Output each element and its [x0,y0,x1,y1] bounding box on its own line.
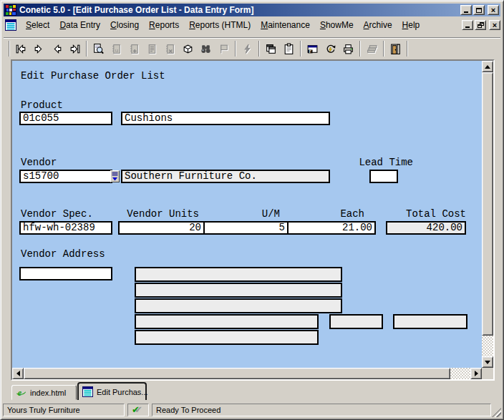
menu-reports-html[interactable]: Reports (HTML) [184,18,256,33]
close-icon[interactable]: × [488,5,499,15]
last-record-icon[interactable] [66,40,84,57]
address-line2-field[interactable] [135,283,342,298]
menu-help[interactable]: Help [397,18,425,33]
product-description-field[interactable]: Cushions [121,112,330,125]
status-company: Yours Truly Furniture [3,404,125,416]
svg-text:F: F [309,49,311,53]
next-record-icon[interactable] [30,40,48,57]
new-record-icon[interactable] [125,40,143,57]
delete-record-icon[interactable] [161,40,179,57]
copy-windows-icon[interactable] [262,40,280,57]
menu-select[interactable]: Select [21,18,54,33]
address-line5-field[interactable] [135,330,319,345]
toolbar-separator [86,41,87,57]
tab-bar: e index.html Edit Purchas... [4,382,500,401]
internet-explorer-icon: e [16,387,26,398]
toolbar: u F [4,39,500,59]
address-line4-field[interactable] [135,314,319,329]
form-system-icon[interactable] [5,19,16,31]
toolbar-separator [383,41,384,57]
vendor-units-field[interactable]: 20 [118,221,205,235]
mdi-close-icon[interactable]: × [489,20,500,30]
tab-label: index.html [30,389,66,397]
notes-flag-icon[interactable] [215,40,233,57]
vendor-label: Vendor [21,157,57,168]
menu-closing[interactable]: Closing [105,18,144,33]
svg-text:e: e [18,388,22,398]
toolbar-separator [300,41,301,57]
form-title: Edit Purchase Order List [21,70,165,82]
product-code-field[interactable]: 01c055 [19,112,112,125]
status-bar: Yours Truly Furniture ✔✔ Ready To Procee… [3,402,501,417]
tab-edit-purchase[interactable]: Edit Purchas... [77,382,147,400]
each-label: Each [284,208,364,220]
address-field-b[interactable] [393,314,467,329]
status-message: Ready To Proceed [152,404,491,416]
vertical-scroll-thumb[interactable] [482,72,493,336]
app-icon[interactable] [5,4,16,16]
total-cost-label: Total Cost [386,208,466,220]
mdi-restore-icon[interactable] [475,20,486,30]
title-bar: Conetic 5.0 - [Edit Purchase Order List … [4,4,500,16]
menu-showme[interactable]: ShowMe [315,18,359,33]
report-stack-icon[interactable] [363,40,381,57]
scroll-up-icon[interactable] [482,61,493,72]
menu-archive[interactable]: Archive [359,18,397,33]
toolbar-separator [258,41,260,57]
total-cost-field: 420.00 [386,221,466,235]
execute-lightning-icon[interactable] [238,40,256,57]
data-form-icon [82,386,93,397]
scroll-right-icon[interactable] [470,368,482,379]
lead-time-label: Lead Time [359,157,413,168]
app-window: Conetic 5.0 - [Edit Purchase Order List … [0,0,504,420]
previous-record-icon[interactable] [48,40,66,57]
vendor-address-label: Vendor Address [21,248,105,260]
horizontal-scrollbar[interactable] [12,368,482,379]
each-field[interactable]: 21.00 [287,221,376,235]
scroll-left-icon[interactable] [12,368,24,379]
svg-text:u: u [115,47,118,54]
lead-time-field[interactable] [369,170,398,183]
um-label: U/M [205,208,280,220]
first-record-icon[interactable] [12,40,30,57]
update-record-icon[interactable]: u [107,40,125,57]
resize-grip[interactable] [492,408,501,417]
mdi-client: Edit Purchase Order List Product 01c055 … [11,59,495,381]
vendor-address-code-field[interactable] [19,267,112,280]
search-binoculars-icon[interactable] [197,40,215,57]
browse-3d-icon[interactable] [179,40,197,57]
address-field-a[interactable] [329,314,383,329]
print-icon[interactable] [339,40,357,57]
vendor-spec-field[interactable]: hfw-wh-02389 [19,221,112,235]
paste-clipboard-icon[interactable] [280,40,298,57]
mdi-window-buttons: × [462,20,500,30]
menu-bar: Select Data Entry Closing Reports Report… [4,18,500,32]
menu-data-entry[interactable]: Data Entry [54,18,105,33]
menu-maintenance[interactable]: Maintenance [256,18,315,33]
address-line1-field[interactable] [135,267,342,282]
address-line3-field[interactable] [135,298,342,313]
menu-reports[interactable]: Reports [144,18,184,33]
toolbar-separator [359,41,361,57]
horizontal-scroll-thumb[interactable] [24,368,450,379]
copy-record-icon[interactable] [143,40,161,57]
um-field[interactable]: 5 [203,221,289,235]
toolbar-separator [9,41,10,57]
vendor-lookup-icon[interactable] [110,170,120,182]
minimize-icon[interactable] [460,5,472,15]
refresh-icon[interactable] [321,40,339,57]
exit-door-icon[interactable] [387,40,404,57]
form-manager-icon[interactable]: F [304,40,321,57]
window-title: Conetic 5.0 - [Edit Purchase Order List … [19,5,460,15]
view-record-icon[interactable] [89,40,107,57]
vendor-name-field[interactable]: Southern Furniture Co. [121,170,330,183]
mdi-minimize-icon[interactable] [462,20,473,30]
vendor-units-label: Vendor Units [119,208,199,220]
scrollbar-corner [482,368,493,379]
vertical-scrollbar[interactable] [482,61,493,368]
scroll-down-icon[interactable] [482,356,493,368]
tab-index-html[interactable]: e index.html [11,385,77,400]
form-canvas: Edit Purchase Order List Product 01c055 … [12,61,482,368]
vendor-code-field[interactable]: s15700 [19,170,112,183]
maximize-icon[interactable] [473,5,485,15]
